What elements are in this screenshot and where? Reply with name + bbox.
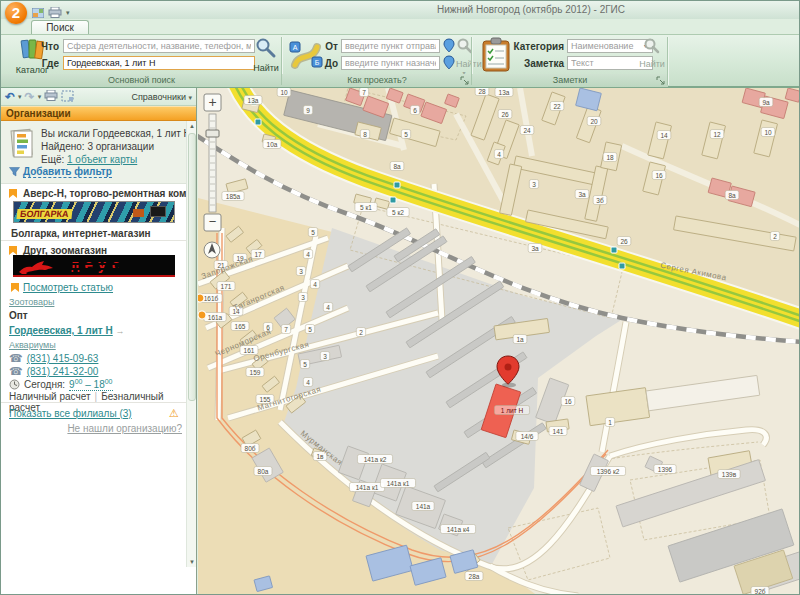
svg-text:1 лит Н: 1 лит Н — [501, 407, 524, 414]
view-article-link[interactable]: Посмотреть статью — [23, 282, 113, 293]
zoom-slider-handle[interactable] — [206, 130, 219, 137]
svg-text:16: 16 — [564, 398, 572, 405]
hours-value[interactable]: 900 – 1800 — [69, 378, 112, 391]
select-area-icon[interactable] — [61, 90, 74, 104]
route-from-input[interactable] — [341, 39, 440, 53]
transit-stop-icon[interactable] — [619, 263, 625, 269]
svg-text:16: 16 — [655, 172, 663, 179]
svg-text:12: 12 — [713, 131, 721, 138]
rubric-link-zootovary[interactable]: Зоотовары — [9, 297, 54, 307]
phone-link-2[interactable]: (831) 241-32-00 — [27, 366, 99, 377]
svg-text:165: 165 — [235, 323, 246, 330]
map-building-label: 3 — [296, 267, 305, 276]
window-title: Нижний Новгород (октябрь 2012) - 2ГИС — [301, 4, 761, 15]
svg-text:161б: 161б — [204, 295, 219, 302]
find-button[interactable]: Найти — [251, 37, 281, 73]
svg-text:8: 8 — [363, 131, 367, 138]
phone-link-1[interactable]: (831) 415-09-63 — [27, 353, 99, 364]
directories-button[interactable]: Справочники ▾ — [131, 92, 192, 102]
app-logo-icon[interactable]: 2 — [5, 2, 27, 24]
sidebar-scrollbar[interactable]: ▲ ▼ — [186, 121, 196, 567]
pick-to-pin-icon[interactable] — [443, 55, 455, 70]
result-marker-icon[interactable] — [198, 311, 206, 319]
summary-more: Ещё: 1 объект карты — [41, 154, 137, 165]
pick-from-pin-icon[interactable] — [443, 38, 455, 53]
map-object-link[interactable]: 1 объект карты — [67, 154, 137, 165]
back-icon[interactable]: ↶ — [5, 92, 15, 102]
add-filter-link[interactable]: Добавить фильтр — [23, 166, 112, 178]
rubric-link-aquariums[interactable]: Аквариумы — [9, 340, 56, 350]
svg-text:159: 159 — [250, 369, 261, 376]
map-building-label: 5 — [305, 325, 314, 334]
back-dropdown-icon[interactable]: ▾ — [18, 93, 22, 101]
map-building-label: 3 — [298, 293, 307, 302]
scroll-up-icon[interactable]: ▲ — [187, 123, 196, 129]
map-building-label: 3а — [528, 244, 542, 253]
transit-stop-icon[interactable] — [611, 247, 617, 253]
what-input[interactable] — [63, 39, 255, 53]
scrollbar-thumb[interactable] — [188, 133, 196, 401]
transit-stop-icon[interactable] — [255, 119, 261, 125]
forward-icon[interactable]: ↷ — [25, 92, 35, 102]
where-input[interactable] — [63, 56, 255, 70]
org-result-1[interactable]: Аверс-Н, торгово-ремонтная компания — [23, 188, 196, 199]
map-building-label: 1 — [605, 418, 614, 427]
route-icon[interactable]: А Б — [288, 39, 324, 71]
map-area[interactable]: 1013а9810а8а7652813а26242220433а3б181412… — [198, 88, 800, 595]
summary-found: Найдено: 3 организации — [41, 141, 154, 152]
scroll-down-icon[interactable]: ▼ — [187, 559, 196, 565]
map-building-label: 80б — [241, 444, 259, 453]
print-map-icon[interactable] — [44, 90, 58, 103]
map-building-label: 1а — [513, 335, 527, 344]
notes-clipboard-icon[interactable] — [480, 37, 512, 73]
map-building-label: 5 — [308, 228, 317, 237]
hours-row: Сегодня: 900 – 1800 — [9, 378, 113, 391]
route-to-input[interactable] — [341, 56, 440, 70]
map-building-label: 1396 — [654, 465, 676, 474]
map-building-label: 5 — [300, 360, 309, 369]
map-building-label: 16 — [561, 397, 575, 406]
map-building-label: 18 — [603, 153, 617, 162]
group-title-main-search: Основной поиск — [1, 74, 282, 87]
map-building-label: 22 — [550, 102, 564, 111]
not-found-link[interactable]: Не нашли организацию? — [67, 423, 182, 434]
goto-map-icon[interactable]: → — [116, 326, 125, 336]
route-to-label: До — [324, 58, 338, 69]
map-canvas[interactable]: 1013а9810а8а7652813а26242220433а3б181412… — [198, 88, 800, 595]
org2-banner[interactable]: деус — [13, 255, 175, 277]
print-icon[interactable] — [48, 4, 62, 22]
compass-icon[interactable] — [204, 242, 220, 258]
phone-row-2: ☎ (831) 241-32-00 — [9, 365, 98, 378]
route-find-button[interactable]: Найти ▾ — [456, 37, 472, 76]
svg-text:14/6: 14/6 — [521, 433, 534, 440]
notes-find-button[interactable]: Найти — [638, 37, 666, 69]
map-building-label: 165 — [231, 322, 249, 331]
title-bar[interactable]: Нижний Новгород (октябрь 2012) - 2ГИС — [1, 1, 800, 19]
notes-dialog-launcher-icon[interactable] — [656, 76, 665, 85]
map-building-label: 8а — [725, 191, 739, 200]
banner2-slit — [69, 268, 169, 270]
search-icon — [643, 37, 661, 55]
map-building-label: 26 — [498, 110, 512, 119]
svg-text:141а к2: 141а к2 — [364, 456, 387, 463]
transit-stop-icon[interactable] — [390, 197, 396, 203]
svg-text:92б: 92б — [755, 588, 766, 595]
app-window: Нижний Новгород (октябрь 2012) - 2ГИС 2 … — [0, 0, 800, 595]
tab-search[interactable]: Поиск — [31, 20, 89, 34]
svg-text:10: 10 — [764, 129, 772, 136]
organizations-header[interactable]: Организации — [1, 106, 196, 121]
show-all-branches-link[interactable]: Показать все филиалы (3) — [9, 408, 132, 419]
org1-banner[interactable]: БОЛГАРКА — [13, 201, 175, 223]
route-dialog-launcher-icon[interactable] — [460, 76, 469, 85]
address-link[interactable]: Гордеевская, 1 лит Н → — [9, 325, 125, 336]
transit-stop-icon[interactable] — [394, 182, 400, 188]
svg-text:20: 20 — [590, 118, 598, 125]
note-category-label: Категория — [512, 41, 564, 52]
result-marker-icon[interactable] — [198, 294, 204, 302]
map-building-label: 139в — [718, 470, 740, 479]
forward-dropdown-icon[interactable]: ▾ — [38, 93, 42, 101]
map-building-label: 8 — [360, 130, 369, 139]
org-result-1b[interactable]: Болгарка, интернет-магазин — [11, 228, 151, 239]
qat-dropdown-icon[interactable]: ▾ — [66, 9, 70, 17]
map-view-icon[interactable] — [32, 4, 44, 22]
